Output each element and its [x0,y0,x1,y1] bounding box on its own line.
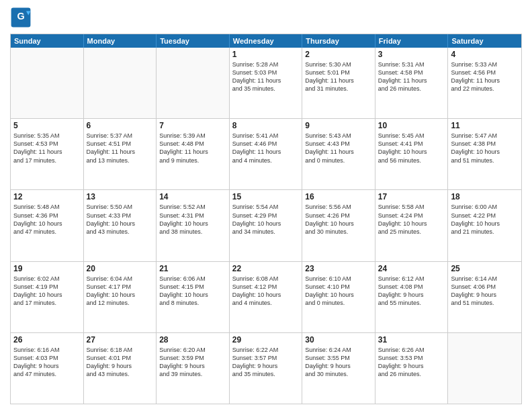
calendar-cell-2: 2Sunrise: 5:30 AM Sunset: 5:01 PM Daylig… [302,48,375,118]
day-number: 15 [232,192,300,201]
day-info: Sunrise: 5:47 AM Sunset: 4:38 PM Dayligh… [451,132,519,165]
day-number: 29 [232,335,300,345]
calendar-cell-1: 1Sunrise: 5:28 AM Sunset: 5:03 PM Daylig… [230,48,303,118]
calendar-cell-25: 25Sunrise: 6:14 AM Sunset: 4:06 PM Dayli… [448,262,521,332]
day-number: 28 [159,335,226,345]
calendar-row-2: 5Sunrise: 5:35 AM Sunset: 4:53 PM Daylig… [11,118,521,189]
day-number: 20 [87,264,154,273]
day-number: 30 [305,335,372,345]
calendar-body: 1Sunrise: 5:28 AM Sunset: 5:03 PM Daylig… [11,48,521,404]
day-info: Sunrise: 5:52 AM Sunset: 4:31 PM Dayligh… [159,203,226,236]
calendar-cell-27: 27Sunrise: 6:18 AM Sunset: 4:01 PM Dayli… [84,333,157,404]
calendar-cell-12: 12Sunrise: 5:48 AM Sunset: 4:36 PM Dayli… [11,190,84,261]
day-number: 13 [87,192,154,201]
day-number: 2 [305,50,372,59]
day-number: 3 [378,50,445,59]
day-info: Sunrise: 6:12 AM Sunset: 4:08 PM Dayligh… [378,275,445,308]
day-info: Sunrise: 5:56 AM Sunset: 4:26 PM Dayligh… [305,203,372,236]
calendar-row-5: 26Sunrise: 6:16 AM Sunset: 4:03 PM Dayli… [11,332,521,404]
day-info: Sunrise: 5:50 AM Sunset: 4:33 PM Dayligh… [87,203,154,236]
day-info: Sunrise: 6:10 AM Sunset: 4:10 PM Dayligh… [305,275,372,308]
day-info: Sunrise: 5:43 AM Sunset: 4:43 PM Dayligh… [305,132,372,165]
day-info: Sunrise: 5:54 AM Sunset: 4:29 PM Dayligh… [232,203,300,236]
calendar-cell-empty-0 [11,48,84,118]
day-number: 9 [305,121,372,130]
day-info: Sunrise: 6:20 AM Sunset: 3:59 PM Dayligh… [159,346,226,379]
day-info: Sunrise: 6:04 AM Sunset: 4:17 PM Dayligh… [87,275,154,308]
calendar-cell-29: 29Sunrise: 6:22 AM Sunset: 3:57 PM Dayli… [230,333,303,404]
calendar-cell-22: 22Sunrise: 6:08 AM Sunset: 4:12 PM Dayli… [230,262,303,332]
calendar-cell-6: 6Sunrise: 5:37 AM Sunset: 4:51 PM Daylig… [84,119,157,189]
svg-text:G: G [17,11,24,21]
calendar-cell-5: 5Sunrise: 5:35 AM Sunset: 4:53 PM Daylig… [11,119,84,189]
calendar-cell-8: 8Sunrise: 5:41 AM Sunset: 4:46 PM Daylig… [230,119,303,189]
day-info: Sunrise: 5:33 AM Sunset: 4:56 PM Dayligh… [451,60,519,93]
calendar-cell-24: 24Sunrise: 6:12 AM Sunset: 4:08 PM Dayli… [375,262,449,332]
day-number: 1 [232,50,300,59]
day-number: 14 [159,192,226,201]
day-info: Sunrise: 5:28 AM Sunset: 5:03 PM Dayligh… [232,60,300,93]
day-info: Sunrise: 5:45 AM Sunset: 4:41 PM Dayligh… [378,132,445,165]
header-cell-thursday: Thursday [302,34,375,48]
calendar-cell-30: 30Sunrise: 6:24 AM Sunset: 3:55 PM Dayli… [302,333,375,404]
day-info: Sunrise: 6:16 AM Sunset: 4:03 PM Dayligh… [13,346,81,379]
calendar-header: SundayMondayTuesdayWednesdayThursdayFrid… [11,34,521,48]
calendar-cell-15: 15Sunrise: 5:54 AM Sunset: 4:29 PM Dayli… [230,190,303,261]
calendar-cell-28: 28Sunrise: 6:20 AM Sunset: 3:59 PM Dayli… [157,333,230,404]
day-number: 24 [378,264,445,273]
day-number: 18 [451,192,519,201]
day-number: 11 [451,121,519,130]
day-info: Sunrise: 6:06 AM Sunset: 4:15 PM Dayligh… [159,275,226,308]
day-number: 6 [87,121,154,130]
day-number: 4 [451,50,519,59]
day-info: Sunrise: 6:00 AM Sunset: 4:22 PM Dayligh… [451,203,519,236]
calendar-cell-empty-1 [84,48,157,118]
calendar-cell-11: 11Sunrise: 5:47 AM Sunset: 4:38 PM Dayli… [448,119,521,189]
day-number: 7 [159,121,226,130]
calendar-row-3: 12Sunrise: 5:48 AM Sunset: 4:36 PM Dayli… [11,189,521,261]
day-number: 23 [305,264,372,273]
day-number: 19 [13,264,81,273]
day-number: 26 [13,335,81,345]
day-info: Sunrise: 5:58 AM Sunset: 4:24 PM Dayligh… [378,203,445,236]
day-info: Sunrise: 6:24 AM Sunset: 3:55 PM Dayligh… [305,346,372,379]
day-number: 5 [13,121,81,130]
logo: G [10,7,34,28]
calendar-cell-19: 19Sunrise: 6:02 AM Sunset: 4:19 PM Dayli… [11,262,84,332]
day-info: Sunrise: 5:41 AM Sunset: 4:46 PM Dayligh… [232,132,300,165]
day-number: 17 [378,192,445,201]
day-info: Sunrise: 6:22 AM Sunset: 3:57 PM Dayligh… [232,346,300,379]
day-number: 27 [87,335,154,345]
calendar-cell-21: 21Sunrise: 6:06 AM Sunset: 4:15 PM Dayli… [157,262,230,332]
header-cell-tuesday: Tuesday [157,34,230,48]
calendar-cell-13: 13Sunrise: 5:50 AM Sunset: 4:33 PM Dayli… [84,190,157,261]
day-info: Sunrise: 5:48 AM Sunset: 4:36 PM Dayligh… [13,203,81,236]
header-cell-wednesday: Wednesday [230,34,303,48]
day-number: 10 [378,121,445,130]
logo-icon: G [10,7,32,28]
day-info: Sunrise: 5:35 AM Sunset: 4:53 PM Dayligh… [13,132,81,165]
calendar-cell-empty-2 [157,48,230,118]
day-number: 16 [305,192,372,201]
header-cell-sunday: Sunday [11,34,84,48]
day-info: Sunrise: 6:02 AM Sunset: 4:19 PM Dayligh… [13,275,81,308]
calendar-cell-7: 7Sunrise: 5:39 AM Sunset: 4:48 PM Daylig… [157,119,230,189]
day-number: 12 [13,192,81,201]
day-number: 31 [378,335,445,345]
day-number: 25 [451,264,519,273]
day-number: 22 [232,264,300,273]
calendar-cell-20: 20Sunrise: 6:04 AM Sunset: 4:17 PM Dayli… [84,262,157,332]
calendar-row-4: 19Sunrise: 6:02 AM Sunset: 4:19 PM Dayli… [11,261,521,332]
calendar-cell-9: 9Sunrise: 5:43 AM Sunset: 4:43 PM Daylig… [302,119,375,189]
day-info: Sunrise: 6:08 AM Sunset: 4:12 PM Dayligh… [232,275,300,308]
day-info: Sunrise: 5:31 AM Sunset: 4:58 PM Dayligh… [378,60,445,93]
calendar-cell-26: 26Sunrise: 6:16 AM Sunset: 4:03 PM Dayli… [11,333,84,404]
calendar-cell-16: 16Sunrise: 5:56 AM Sunset: 4:26 PM Dayli… [302,190,375,261]
calendar: SundayMondayTuesdayWednesdayThursdayFrid… [10,34,522,404]
day-number: 8 [232,121,300,130]
calendar-cell-4: 4Sunrise: 5:33 AM Sunset: 4:56 PM Daylig… [448,48,521,118]
day-info: Sunrise: 5:39 AM Sunset: 4:48 PM Dayligh… [159,132,226,165]
day-info: Sunrise: 6:26 AM Sunset: 3:53 PM Dayligh… [378,346,445,379]
day-number: 21 [159,264,226,273]
calendar-cell-empty-6 [448,333,521,404]
